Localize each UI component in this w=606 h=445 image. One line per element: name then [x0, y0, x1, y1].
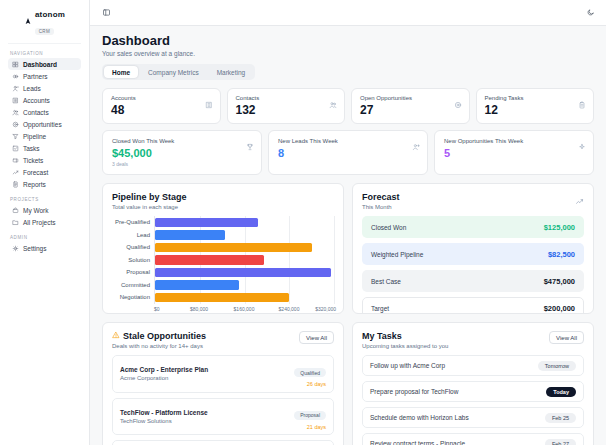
stats-grid: Accounts48Contacts132Open Opportunities2…: [102, 88, 594, 124]
sidebar-toggle-button[interactable]: [100, 7, 112, 19]
task-title: Schedule demo with Horizon Labs: [370, 414, 469, 421]
brand-logo: atonom CRM: [8, 7, 81, 44]
tab-marketing[interactable]: Marketing: [209, 66, 254, 78]
chart-category-label: Proposal: [112, 266, 154, 279]
forecast-row-best-case: Best Case$475,000: [362, 270, 584, 292]
stale-opportunity-row[interactable]: TechFlow - Platform LicenseTechFlow Solu…: [112, 398, 334, 436]
chart-category-label: Negotiation: [112, 291, 154, 304]
users-icon: [329, 95, 337, 113]
sidebar-item-all-projects[interactable]: All Projects: [8, 216, 81, 228]
sparkle-icon: [578, 137, 586, 155]
bar-qualified[interactable]: [155, 243, 312, 253]
forecast-rows: Closed Won$125,000Weighted Pipeline$82,5…: [362, 216, 584, 314]
sidebar-item-partners[interactable]: Partners: [8, 70, 81, 82]
stale-view-all-button[interactable]: View All: [299, 331, 334, 344]
chart-row-negotiation: [155, 291, 334, 304]
clipboard-icon: [578, 95, 586, 113]
main-content: Dashboard Your sales overview at a glanc…: [90, 26, 606, 445]
sidebar-item-label: Partners: [23, 73, 48, 80]
due-badge: Tomorrow: [538, 361, 576, 371]
task-row[interactable]: Review contract terms - PinnacleFeb 27: [362, 433, 584, 445]
pipeline-panel: Pipeline by Stage Total value in each st…: [102, 183, 344, 314]
forecast-row-value: $475,000: [544, 277, 575, 286]
sidebar-item-label: Contacts: [23, 109, 49, 116]
page-title: Dashboard: [102, 33, 594, 48]
chart-category-labels: Pre-QualifiedLeadQualifiedSolutionPropos…: [112, 216, 154, 304]
sidebar-item-tickets[interactable]: Tickets: [8, 154, 81, 166]
sidebar-item-settings[interactable]: Settings: [8, 242, 81, 254]
stat-card-accounts[interactable]: Accounts48: [102, 88, 221, 124]
task-title: Review contract terms - Pinnacle: [370, 440, 465, 445]
stat-card-pending-tasks[interactable]: Pending Tasks12: [476, 88, 595, 124]
stat-card-contacts[interactable]: Contacts132: [227, 88, 346, 124]
pipeline-subtitle: Total value in each stage: [112, 204, 187, 210]
sidebar-item-leads[interactable]: Leads: [8, 82, 81, 94]
sidebar: atonom CRM NavigationDashboardPartnersLe…: [0, 0, 90, 445]
folder-icon: [12, 219, 19, 226]
sidebar-item-label: Leads: [23, 85, 41, 92]
highlight-label: New Opportunities This Week: [444, 138, 584, 144]
briefcase-icon: [12, 207, 19, 214]
bar-solution[interactable]: [155, 255, 264, 265]
forecast-title: Forecast: [362, 192, 400, 202]
sidebar-item-my-work[interactable]: My Work: [8, 204, 81, 216]
stale-opportunity-row[interactable]: Pinnacle - Annual SubscriptionPinnacle I…: [112, 440, 334, 445]
highlight-card-new-opportunities-this-week[interactable]: New Opportunities This Week5: [434, 130, 594, 175]
sidebar-item-contacts[interactable]: Contacts: [8, 106, 81, 118]
bar-committed[interactable]: [155, 280, 239, 290]
brand-name: atonom: [35, 10, 65, 19]
sidebar-item-reports[interactable]: Reports: [8, 178, 81, 190]
tasks-subtitle: Upcoming tasks assigned to you: [362, 343, 448, 349]
sidebar-item-tasks[interactable]: Tasks: [8, 142, 81, 154]
bar-pre-qualified[interactable]: [155, 218, 258, 228]
chart-x-tick: $160,000: [234, 306, 255, 312]
stat-card-open-opportunities[interactable]: Open Opportunities27: [351, 88, 470, 124]
due-badge: Feb 27: [545, 439, 576, 445]
check-square-icon: [12, 145, 19, 152]
chart-category-label: Lead: [112, 229, 154, 242]
sidebar-item-opportunities[interactable]: Opportunities: [8, 118, 81, 130]
tab-company-metrics[interactable]: Company Metrics: [140, 66, 207, 78]
days-stale: 26 days: [294, 381, 326, 387]
bar-negotiation[interactable]: [155, 293, 289, 303]
theme-toggle-button[interactable]: [584, 7, 596, 19]
bar-lead[interactable]: [155, 230, 225, 240]
chart-x-axis: $0$80,000$160,000$240,000$320,000: [154, 306, 334, 313]
nav-section-label: Admin: [10, 235, 79, 240]
forecast-row-target: Target$200,000: [362, 297, 584, 314]
stale-title: Stale Opportunities: [123, 331, 206, 341]
trend-up-icon: [575, 192, 584, 210]
sidebar-item-label: Reports: [23, 181, 46, 188]
task-row[interactable]: Schedule demo with Horizon LabsFeb 25: [362, 407, 584, 428]
sidebar-item-forecast[interactable]: Forecast: [8, 166, 81, 178]
highlight-value: $45,000: [112, 147, 252, 159]
sidebar-item-label: Dashboard: [23, 61, 57, 68]
tab-home[interactable]: Home: [104, 66, 138, 78]
due-badge: Today: [546, 387, 576, 397]
days-stale: 21 days: [294, 424, 326, 430]
chart-category-label: Qualified: [112, 241, 154, 254]
task-title: Prepare proposal for TechFlow: [370, 388, 458, 395]
highlight-card-closed-won-this-week[interactable]: Closed Won This Week$45,0003 deals: [102, 130, 262, 175]
task-row[interactable]: Follow up with Acme CorpTomorrow: [362, 355, 584, 376]
sidebar-item-dashboard[interactable]: Dashboard: [8, 58, 81, 70]
highlight-card-new-leads-this-week[interactable]: New Leads This Week8: [268, 130, 428, 175]
tasks-view-all-button[interactable]: View All: [549, 331, 584, 344]
target-icon: [454, 95, 462, 113]
sidebar-item-accounts[interactable]: Accounts: [8, 94, 81, 106]
task-row[interactable]: Prepare proposal for TechFlowToday: [362, 381, 584, 402]
bar-proposal[interactable]: [155, 268, 331, 278]
pipeline-chart: Pre-QualifiedLeadQualifiedSolutionPropos…: [112, 216, 334, 313]
chart-x-tick: $320,000: [315, 306, 336, 312]
stage-badge: Qualified: [294, 368, 326, 377]
page-subtitle: Your sales overview at a glance.: [102, 50, 594, 57]
stale-opportunities-panel: Stale Opportunities Deals with no activi…: [102, 322, 344, 445]
forecast-row-value: $200,000: [544, 304, 575, 313]
sidebar-item-pipeline[interactable]: Pipeline: [8, 130, 81, 142]
opportunity-title: Acme Corp - Enterprise Plan: [120, 366, 208, 373]
sidebar-item-label: Accounts: [23, 97, 50, 104]
dashboard-tabs: HomeCompany MetricsMarketing: [102, 64, 255, 80]
opportunity-title: TechFlow - Platform License: [120, 409, 208, 416]
user-plus-icon: [412, 137, 420, 155]
stale-opportunity-row[interactable]: Acme Corp - Enterprise PlanAcme Corporat…: [112, 355, 334, 393]
